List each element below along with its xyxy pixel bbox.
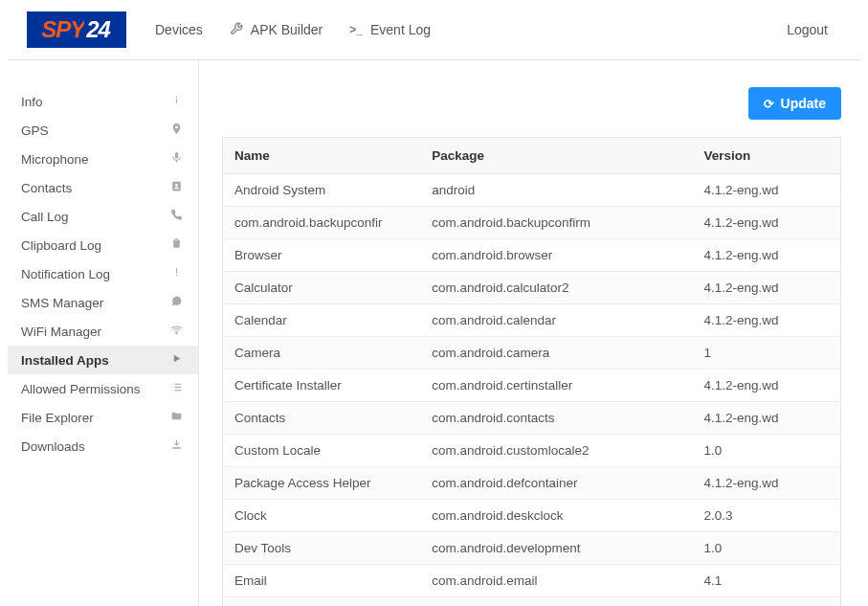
cell-version: 4.1.2-eng.wd xyxy=(692,304,840,337)
nav-event-log[interactable]: >_ Event Log xyxy=(336,14,444,45)
main-area: InfoGPSMicrophoneContactsCall LogClipboa… xyxy=(0,60,868,606)
logo[interactable]: SPY24 xyxy=(27,11,126,48)
sidebar-item-wifi-manager[interactable]: WiFi Manager xyxy=(8,317,198,346)
sidebar-item-label: Downloads xyxy=(21,439,85,454)
table-row[interactable]: com.android.backupconfircom.android.back… xyxy=(223,207,841,239)
table-header-row: Name Package Version xyxy=(223,138,841,174)
sidebar-item-installed-apps[interactable]: Installed Apps xyxy=(8,346,198,374)
cell-name: Email xyxy=(223,565,421,597)
svg-rect-0 xyxy=(175,99,176,102)
cell-version: 4.1.2-eng.wd xyxy=(692,207,840,239)
table-row[interactable]: Package Access Helpercom.android.defcont… xyxy=(223,467,841,500)
cell-name: Android System xyxy=(223,174,421,207)
phone-icon xyxy=(167,209,185,224)
sidebar-item-gps[interactable]: GPS xyxy=(8,116,198,145)
table-row[interactable]: Calendarcom.android.calendar4.1.2-eng.wd xyxy=(223,304,841,337)
sidebar-item-contacts[interactable]: Contacts xyxy=(8,173,198,202)
content-toolbar: ⟳ Update xyxy=(222,87,841,120)
cell-package: com.android.email xyxy=(420,565,692,597)
list-icon xyxy=(167,381,185,396)
cell-version: 4.1 xyxy=(692,565,840,597)
sidebar-item-file-explorer[interactable]: File Explorer xyxy=(8,403,198,432)
cell-package: com.android.defcontainer xyxy=(420,467,692,500)
sidebar-item-call-log[interactable]: Call Log xyxy=(8,202,198,231)
terminal-icon: >_ xyxy=(349,23,363,36)
cell-package: com.android.customlocale2 xyxy=(420,435,692,467)
cell-name: Clock xyxy=(223,500,421,532)
cell-version: 4.1.2-eng.wd xyxy=(692,239,840,272)
table-row[interactable]: Calculatorcom.android.calculator24.1.2-e… xyxy=(223,272,841,304)
sidebar-item-clipboard-log[interactable]: Clipboard Log xyxy=(8,231,198,259)
sidebar-item-notification-log[interactable]: Notification Log xyxy=(8,259,198,288)
svg-point-5 xyxy=(175,184,178,187)
svg-point-10 xyxy=(175,333,176,334)
th-package: Package xyxy=(420,138,692,174)
cell-name: Certificate Installer xyxy=(223,370,421,402)
logo-text-1: SPY xyxy=(41,16,84,43)
sidebar-item-info[interactable]: Info xyxy=(8,87,198,116)
location-icon xyxy=(167,123,185,138)
logout-link[interactable]: Logout xyxy=(773,14,841,45)
cell-version: 4.1.2-eng.wd xyxy=(692,467,840,500)
cell-package: com.android.certinstaller xyxy=(420,370,692,402)
sidebar-item-label: Info xyxy=(21,95,43,109)
table-body: Android Systemandroid4.1.2-eng.wdcom.and… xyxy=(223,174,841,607)
chat-icon xyxy=(167,295,185,310)
svg-point-1 xyxy=(175,96,177,98)
update-button[interactable]: ⟳ Update xyxy=(748,87,841,120)
sidebar-item-label: Contacts xyxy=(21,181,72,195)
cell-name: com.android.backupconfir xyxy=(223,207,421,239)
cell-package: com.android.calculator2 xyxy=(420,272,692,304)
folder-icon xyxy=(167,410,185,425)
nav-devices-label: Devices xyxy=(155,22,203,37)
cell-name: Connectivity Test xyxy=(223,597,421,607)
top-header: SPY24 Devices APK Builder >_ Event Log L… xyxy=(8,0,860,60)
cell-version: 4.1.2-eng.wd xyxy=(692,402,840,435)
table-row[interactable]: Emailcom.android.email4.1 xyxy=(223,565,841,597)
cell-name: Calendar xyxy=(223,304,421,337)
svg-rect-3 xyxy=(174,152,177,159)
table-row[interactable]: Connectivity Testcom.android.emulator.co… xyxy=(223,597,841,607)
table-row[interactable]: Dev Toolscom.android.development1.0 xyxy=(223,532,841,565)
nav-apk-builder[interactable]: APK Builder xyxy=(216,14,336,46)
apps-table: Name Package Version Android Systemandro… xyxy=(222,137,841,606)
update-button-label: Update xyxy=(781,96,826,111)
table-row[interactable]: Cameracom.android.camera1 xyxy=(223,337,841,370)
cell-package: android xyxy=(420,174,692,207)
table-row[interactable]: Contactscom.android.contacts4.1.2-eng.wd xyxy=(223,402,841,435)
cell-package: com.android.contacts xyxy=(420,402,692,435)
contacts-icon xyxy=(167,180,185,195)
nav-devices[interactable]: Devices xyxy=(142,14,216,45)
sidebar-item-microphone[interactable]: Microphone xyxy=(8,145,198,173)
cell-version: 2.0.3 xyxy=(692,500,840,532)
mic-icon xyxy=(167,151,185,167)
sidebar-item-label: Microphone xyxy=(21,152,89,167)
cell-package: com.android.calendar xyxy=(420,304,692,337)
cell-package: com.android.backupconfirm xyxy=(420,207,692,239)
nav-event-log-label: Event Log xyxy=(370,22,431,37)
cell-package: com.android.camera xyxy=(420,337,692,370)
wrench-icon xyxy=(230,22,243,38)
cell-name: Package Access Helper xyxy=(223,467,421,500)
table-row[interactable]: Android Systemandroid4.1.2-eng.wd xyxy=(223,174,841,207)
sidebar-item-label: GPS xyxy=(21,123,49,138)
cell-package: com.android.development xyxy=(420,532,692,565)
clipboard-icon xyxy=(167,237,185,253)
cell-version: 1.0 xyxy=(692,435,840,467)
table-row[interactable]: Clockcom.android.deskclock2.0.3 xyxy=(223,500,841,532)
cell-name: Dev Tools xyxy=(223,532,421,565)
sidebar-item-sms-manager[interactable]: SMS Manager xyxy=(8,288,198,317)
table-row[interactable]: Certificate Installercom.android.certins… xyxy=(223,370,841,402)
table-row[interactable]: Custom Localecom.android.customlocale21.… xyxy=(223,435,841,467)
logo-text-2: 24 xyxy=(84,16,112,43)
svg-rect-8 xyxy=(175,268,176,273)
table-row[interactable]: Browsercom.android.browser4.1.2-eng.wd xyxy=(223,239,841,272)
refresh-icon: ⟳ xyxy=(764,97,774,111)
play-icon xyxy=(167,352,185,368)
sidebar-item-label: File Explorer xyxy=(21,411,94,425)
sidebar-item-downloads[interactable]: Downloads xyxy=(8,432,198,460)
sidebar-item-allowed-permissions[interactable]: Allowed Permissions xyxy=(8,374,198,403)
cell-package: com.android.browser xyxy=(420,239,692,272)
cell-version: 1.0 xyxy=(692,597,840,607)
info-icon xyxy=(167,94,185,109)
